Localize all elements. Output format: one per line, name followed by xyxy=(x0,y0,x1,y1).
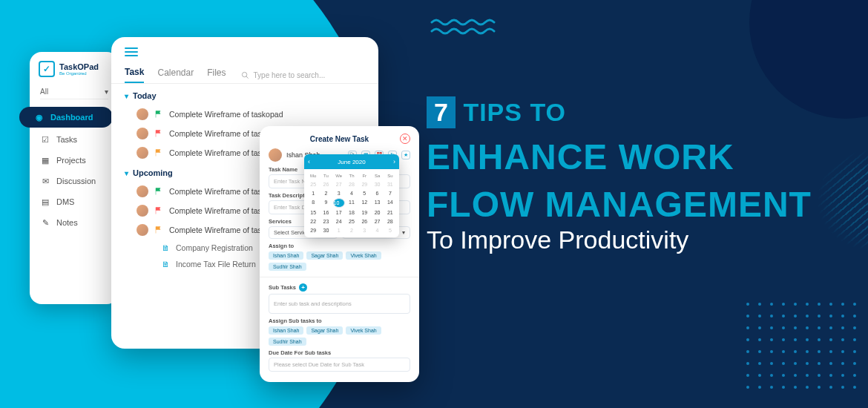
sidebar-item-discussion[interactable]: ✉ Discussion xyxy=(30,171,119,191)
input-sub-task[interactable]: Enter sub task and descriptions xyxy=(269,294,410,314)
calendar-day[interactable]: 16 xyxy=(320,208,332,217)
calendar-day[interactable]: 2 xyxy=(320,189,332,197)
calendar-day[interactable]: 27 xyxy=(371,217,383,226)
calendar-day-muted[interactable]: 28 xyxy=(346,180,358,188)
sidebar-item-dms[interactable]: ▤ DMS xyxy=(30,191,119,212)
assignee-chip[interactable]: Sudhir Shah xyxy=(269,338,306,346)
calendar-day[interactable]: 30 xyxy=(320,226,332,234)
avatar xyxy=(269,148,282,162)
workspace-select[interactable]: All ▾ xyxy=(40,88,108,99)
calendar-day[interactable]: 3 xyxy=(333,189,345,197)
calendar-day[interactable]: 18 xyxy=(346,208,358,217)
sidebar-item-dashboard[interactable]: ◉ Dashboard xyxy=(19,107,113,128)
calendar-day[interactable]: 21 xyxy=(384,208,396,217)
calendar-day[interactable]: 14 xyxy=(384,198,396,208)
sidebar-item-projects[interactable]: ▦ Projects xyxy=(30,150,119,171)
avatar xyxy=(137,224,148,236)
section-today-toggle[interactable]: ▾ Today xyxy=(125,91,365,100)
calendar-dow: Mo xyxy=(307,172,319,180)
input-due-sub[interactable]: Please select Due Date for Sub Task xyxy=(269,358,410,372)
calendar-day[interactable]: 12 xyxy=(358,198,370,208)
calendar-day[interactable]: 24 xyxy=(333,217,345,226)
calendar-day[interactable]: 9 xyxy=(320,198,332,208)
assignee-chip[interactable]: Sagar Shah xyxy=(306,251,343,260)
calendar-day-muted[interactable]: 4 xyxy=(371,226,383,234)
calendar-day-muted[interactable]: 26 xyxy=(320,180,332,188)
calendar-day[interactable]: 19 xyxy=(358,208,370,217)
tab-divider xyxy=(111,83,378,84)
search-placeholder: Type here to search... xyxy=(254,71,326,79)
calendar-day-muted[interactable]: 25 xyxy=(307,180,319,188)
assignee-chip[interactable]: Vivek Shah xyxy=(346,326,381,335)
calendar-day-muted[interactable]: 5 xyxy=(384,226,396,234)
calendar-day[interactable]: 1 xyxy=(307,189,319,197)
next-month-button[interactable]: › xyxy=(393,158,395,165)
menu-toggle-icon[interactable] xyxy=(125,47,138,56)
calendar-dow: Tu xyxy=(320,172,332,180)
app-logo: ✓ TaskOPad Be Organized xyxy=(30,61,119,83)
calendar-day[interactable]: 17 xyxy=(333,208,345,217)
calendar-day-muted[interactable]: 27 xyxy=(333,180,345,188)
calendar-day[interactable]: 28 xyxy=(384,217,396,226)
calendar-day[interactable]: 22 xyxy=(307,217,319,226)
document-icon: 🗎 xyxy=(162,260,170,269)
assignee-chip[interactable]: Ishan Shah xyxy=(269,326,303,335)
tag-icon[interactable]: ★ xyxy=(401,151,410,159)
search-icon xyxy=(241,71,249,79)
sidebar-card: ✓ TaskOPad Be Organized All ▾ ◉ Dashboar… xyxy=(30,52,119,304)
calendar-day[interactable]: 25 xyxy=(346,217,358,226)
calendar-day[interactable]: 7 xyxy=(384,189,396,197)
calendar-day-muted[interactable]: 31 xyxy=(384,180,396,188)
calendar-day-muted[interactable]: 29 xyxy=(358,180,370,188)
calendar-day-muted[interactable]: 1 xyxy=(333,226,345,234)
assignee-chips: Ishan ShahSagar ShahVivek ShahSudhir Sha… xyxy=(269,251,410,271)
calendar-day[interactable]: 8 xyxy=(307,198,319,208)
calendar-day-muted[interactable]: 2 xyxy=(346,226,358,234)
tab-calendar[interactable]: Calendar xyxy=(157,68,194,82)
calendar-dow: Th xyxy=(346,172,358,180)
task-row[interactable]: Complete Wireframe of taskopad xyxy=(125,105,365,124)
add-subtask-button[interactable]: + xyxy=(299,283,307,292)
search-input[interactable]: Type here to search... xyxy=(241,71,365,79)
svg-line-1 xyxy=(246,76,248,78)
calendar-day[interactable]: 15 xyxy=(307,208,319,217)
calendar-day-muted[interactable]: 3 xyxy=(358,226,370,234)
assignee-chip[interactable]: Ishan Shah xyxy=(269,251,303,260)
headline-line2: FLOW MANAGEMENT xyxy=(427,186,812,223)
prev-month-button[interactable]: ‹ xyxy=(308,158,310,165)
calendar-day[interactable]: 10 xyxy=(333,198,345,208)
sidebar-item-tasks[interactable]: ☑ Tasks xyxy=(30,129,119,150)
tasks-icon: ☑ xyxy=(40,134,50,145)
tab-files[interactable]: Files xyxy=(207,68,226,82)
dms-icon: ▤ xyxy=(40,197,50,207)
tab-task[interactable]: Task xyxy=(125,67,144,83)
calendar-day[interactable]: 23 xyxy=(320,217,332,226)
close-button[interactable]: ✕ xyxy=(400,134,410,144)
logo-badge-icon: ✓ xyxy=(39,61,55,77)
calendar-dow: Su xyxy=(384,172,396,180)
sidebar-item-notes[interactable]: ✎ Notes xyxy=(30,212,119,233)
bg-diagonal-lines xyxy=(816,148,868,252)
subtask-text: Income Tax File Return xyxy=(176,260,256,269)
headline-sub: To Improve Productivity xyxy=(427,226,812,254)
assignee-chip[interactable]: Sagar Shah xyxy=(306,326,343,335)
subtask-text: Company Registration xyxy=(176,243,253,252)
calendar-day-muted[interactable]: 30 xyxy=(371,180,383,188)
assignee-chip[interactable]: Vivek Shah xyxy=(346,251,381,260)
calendar-day[interactable]: 13 xyxy=(371,198,383,208)
flag-icon xyxy=(154,206,163,215)
calendar-day[interactable]: 26 xyxy=(358,217,370,226)
sidebar-item-label: Tasks xyxy=(56,135,77,144)
calendar-day[interactable]: 20 xyxy=(371,208,383,217)
logo-tagline: Be Organized xyxy=(59,71,99,76)
assignee-chip[interactable]: Sudhir Shah xyxy=(269,263,306,271)
calendar-day[interactable]: 11 xyxy=(346,198,358,208)
chevron-down-icon: ▾ xyxy=(402,229,405,236)
calendar-day[interactable]: 6 xyxy=(371,189,383,197)
calendar-day[interactable]: 4 xyxy=(346,189,358,197)
label-due-sub: Due Date For Sub tasks xyxy=(269,349,410,356)
dashboard-icon: ◉ xyxy=(34,112,45,122)
calendar-day[interactable]: 5 xyxy=(358,189,370,197)
discussion-icon: ✉ xyxy=(40,176,50,186)
calendar-day[interactable]: 29 xyxy=(307,226,319,234)
